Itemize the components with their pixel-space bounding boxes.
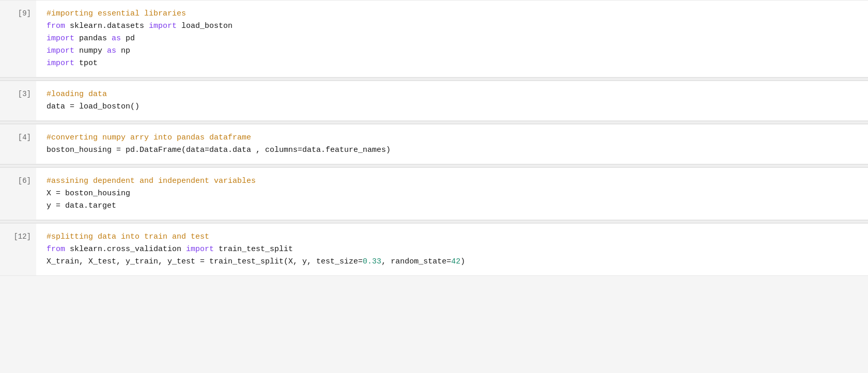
token-plain: sklearn.cross_validation bbox=[65, 245, 186, 254]
token-comment: #converting numpy arry into pandas dataf… bbox=[47, 133, 251, 142]
token-keyword: import bbox=[186, 245, 214, 254]
cell-body-cell-12[interactable]: #splitting data into train and testfrom … bbox=[36, 224, 868, 275]
cell-number-cell-12: [12] bbox=[0, 224, 36, 275]
token-number: 0.33 bbox=[363, 257, 381, 266]
cell-wrapper-cell-6: [6]#assining dependent and independent v… bbox=[0, 167, 868, 220]
cell-wrapper-cell-12: [12]#splitting data into train and testf… bbox=[0, 223, 868, 276]
token-comment: #splitting data into train and test bbox=[47, 232, 209, 241]
cell-number-cell-9: [9] bbox=[0, 1, 36, 77]
code-line: from sklearn.cross_validation import tra… bbox=[47, 243, 858, 256]
token-keyword: as bbox=[107, 46, 116, 55]
token-keyword: import bbox=[47, 46, 74, 55]
code-line: #converting numpy arry into pandas dataf… bbox=[47, 132, 858, 144]
token-plain: boston_housing = pd.DataFrame(data=data.… bbox=[47, 146, 391, 154]
code-line: #loading data bbox=[47, 88, 858, 101]
token-plain: sklearn.datasets bbox=[65, 22, 149, 30]
cell-wrapper-cell-4: [4]#converting numpy arry into pandas da… bbox=[0, 124, 868, 164]
code-line: from sklearn.datasets import load_boston bbox=[47, 20, 858, 33]
token-plain: , random_state= bbox=[381, 257, 451, 266]
code-line: boston_housing = pd.DataFrame(data=data.… bbox=[47, 144, 858, 157]
token-keyword: import bbox=[47, 34, 74, 43]
cell-body-cell-9[interactable]: #importing essential librariesfrom sklea… bbox=[36, 1, 868, 77]
token-keyword: import bbox=[47, 59, 74, 68]
cell-body-cell-4[interactable]: #converting numpy arry into pandas dataf… bbox=[36, 125, 868, 164]
code-line: X_train, X_test, y_train, y_test = train… bbox=[47, 256, 858, 268]
cell-body-cell-3[interactable]: #loading datadata = load_boston() bbox=[36, 81, 868, 120]
token-plain: X = boston_housing bbox=[47, 189, 130, 198]
code-line: import tpot bbox=[47, 57, 858, 70]
token-comment: #loading data bbox=[47, 90, 107, 99]
token-plain: ) bbox=[460, 257, 465, 266]
cell-body-cell-6[interactable]: #assining dependent and independent vari… bbox=[36, 168, 868, 220]
token-plain: load_boston bbox=[177, 22, 233, 30]
token-plain: data = load_boston() bbox=[47, 102, 140, 111]
cell-number-cell-6: [6] bbox=[0, 168, 36, 220]
code-line: #assining dependent and independent vari… bbox=[47, 175, 858, 188]
token-plain: numpy bbox=[74, 46, 107, 55]
token-plain: train_test_split bbox=[214, 245, 293, 254]
token-plain: tpot bbox=[74, 59, 98, 68]
cell-number-cell-4: [4] bbox=[0, 125, 36, 164]
token-keyword: import bbox=[149, 22, 177, 30]
code-line: y = data.target bbox=[47, 200, 858, 212]
token-number: 42 bbox=[451, 257, 460, 266]
token-comment: #assining dependent and independent vari… bbox=[47, 177, 256, 185]
token-keyword: from bbox=[47, 22, 65, 30]
token-keyword: as bbox=[112, 34, 121, 43]
token-comment: #importing essential libraries bbox=[47, 9, 186, 18]
notebook: [9]#importing essential librariesfrom sk… bbox=[0, 0, 868, 373]
code-line: #importing essential libraries bbox=[47, 8, 858, 20]
cell-number-cell-3: [3] bbox=[0, 81, 36, 120]
code-line: import pandas as pd bbox=[47, 33, 858, 45]
cell-wrapper-cell-9: [9]#importing essential librariesfrom sk… bbox=[0, 0, 868, 77]
token-keyword: from bbox=[47, 245, 65, 254]
token-plain: pandas bbox=[74, 34, 112, 43]
code-line: import numpy as np bbox=[47, 45, 858, 57]
token-plain: pd bbox=[121, 34, 135, 43]
code-line: #splitting data into train and test bbox=[47, 231, 858, 243]
token-plain: X_train, X_test, y_train, y_test = train… bbox=[47, 257, 363, 266]
code-line: X = boston_housing bbox=[47, 188, 858, 200]
cell-wrapper-cell-3: [3]#loading datadata = load_boston() bbox=[0, 81, 868, 121]
code-line: data = load_boston() bbox=[47, 101, 858, 113]
token-plain: np bbox=[116, 46, 130, 55]
token-plain: y = data.target bbox=[47, 201, 116, 210]
